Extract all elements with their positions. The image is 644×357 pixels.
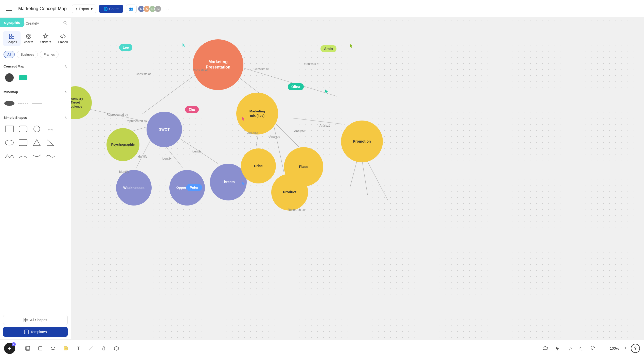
badge-lee[interactable]: Lee xyxy=(119,44,132,51)
concept-map-section-header[interactable]: Concept Map ∧ xyxy=(0,61,71,70)
simple-shapes-section-header[interactable]: Simple Shapes ∧ xyxy=(0,112,71,122)
canvas[interactable]: Marketing Presentation SWOT Marketing mi… xyxy=(71,18,644,339)
node-marketing-presentation[interactable]: Marketing Presentation xyxy=(193,39,243,90)
svg-line-51 xyxy=(362,160,368,195)
svg-marker-70 xyxy=(569,349,570,350)
node-product[interactable]: Product xyxy=(271,174,308,211)
badge-olina[interactable]: Olina xyxy=(288,83,304,90)
node-psychographic[interactable]: Psychographic xyxy=(106,128,139,161)
node-promotion[interactable]: Promotion xyxy=(341,121,383,162)
svg-marker-54 xyxy=(183,43,185,47)
node-swot[interactable]: SWOT xyxy=(147,112,182,147)
circle-shape[interactable] xyxy=(31,123,43,135)
filter-all[interactable]: All xyxy=(4,51,15,58)
svg-rect-13 xyxy=(9,37,11,39)
arc-shape[interactable] xyxy=(45,123,56,135)
svg-line-47 xyxy=(276,124,299,147)
wavy-shape[interactable] xyxy=(45,150,56,162)
arc3-shape[interactable] xyxy=(31,150,43,162)
node-secondary-target[interactable]: Secondary Target Audience xyxy=(71,86,92,119)
mindmap-shape-oval[interactable] xyxy=(4,97,15,109)
rect-shape[interactable] xyxy=(4,123,15,135)
zigzag-shape[interactable] xyxy=(4,150,15,162)
filter-frames[interactable]: Frames xyxy=(40,51,59,58)
svg-rect-25 xyxy=(5,126,13,132)
node-price[interactable]: Price xyxy=(241,148,276,183)
bottle-tool[interactable] xyxy=(99,343,109,353)
svg-rect-63 xyxy=(64,347,67,350)
panel-bottom-buttons: All Shapes Templates xyxy=(0,312,71,339)
svg-marker-68 xyxy=(556,346,559,350)
panel-icon-embed[interactable]: Embed xyxy=(55,31,71,46)
more-options-button[interactable]: ⋯ xyxy=(164,4,173,14)
export-button[interactable]: ↑ Export ▾ xyxy=(72,5,96,13)
cloud-button[interactable] xyxy=(540,343,550,353)
badge-zhu[interactable]: Zhu xyxy=(185,106,199,113)
concept-map-rect-teal[interactable] xyxy=(17,72,29,83)
badge-amin[interactable]: Amin xyxy=(320,45,336,52)
template-icon xyxy=(24,330,29,334)
undo-redo xyxy=(577,343,598,353)
svg-line-45 xyxy=(177,137,218,164)
panel-icon-shapes[interactable]: Shapes xyxy=(3,31,21,46)
select-tool[interactable] xyxy=(552,343,563,353)
svg-marker-56 xyxy=(325,89,328,93)
line-tool[interactable] xyxy=(86,343,96,353)
avatar-more[interactable]: +3 xyxy=(154,5,162,12)
templates-button[interactable]: Templates xyxy=(3,327,68,337)
note-tool[interactable] xyxy=(61,343,71,353)
right-triangle-shape[interactable] xyxy=(45,137,56,148)
help-button[interactable]: ? xyxy=(631,344,640,353)
simple-shapes-grid xyxy=(0,122,71,165)
document-title: Marketing Concept Map xyxy=(18,6,67,11)
badge-peter[interactable]: Peter xyxy=(186,184,202,191)
svg-line-48 xyxy=(292,118,345,124)
frames-tool[interactable] xyxy=(23,343,33,353)
triangle-shape[interactable] xyxy=(31,137,43,148)
concept-map-circle-dark[interactable] xyxy=(4,72,15,83)
panel-icon-assets[interactable]: Assets xyxy=(21,31,37,46)
svg-line-19 xyxy=(62,34,63,38)
mindmap-shape-line-dashed[interactable] xyxy=(17,97,29,109)
all-shapes-button[interactable]: All Shapes xyxy=(3,315,68,325)
share-button[interactable]: 🌐 Share xyxy=(99,5,123,13)
svg-marker-71 xyxy=(568,348,569,348)
svg-rect-32 xyxy=(24,318,26,320)
collaborators-button[interactable]: 👥 xyxy=(126,5,137,13)
svg-marker-69 xyxy=(570,346,570,348)
zoom-in-button[interactable]: + xyxy=(622,345,629,352)
menu-button[interactable] xyxy=(4,4,14,14)
zoom-out-button[interactable]: − xyxy=(600,345,607,352)
svg-point-62 xyxy=(51,347,55,350)
edge-label-13: Analyze xyxy=(294,129,305,133)
mindmap-shape-line[interactable] xyxy=(31,97,43,109)
svg-marker-31 xyxy=(47,140,54,146)
filter-business[interactable]: Business xyxy=(17,51,38,58)
arc2-shape[interactable] xyxy=(17,150,29,162)
undo-button[interactable] xyxy=(577,343,587,353)
svg-point-9 xyxy=(64,21,66,24)
export-chevron-icon: ▾ xyxy=(91,7,93,11)
add-badge: ✦ xyxy=(12,342,16,346)
tag-tool[interactable] xyxy=(111,343,121,353)
svg-line-41 xyxy=(241,67,337,96)
bottom-toolbar: + ✦ T xyxy=(0,339,644,357)
rect2-shape[interactable] xyxy=(17,137,29,148)
move-tool[interactable] xyxy=(565,343,575,353)
shape-tool[interactable] xyxy=(35,343,45,353)
node-marketing-mix[interactable]: Marketing mix (4ps) xyxy=(236,93,278,134)
panel-icon-stickers[interactable]: Stickers xyxy=(37,31,55,46)
search-submit-icon[interactable] xyxy=(63,21,67,26)
svg-rect-36 xyxy=(24,330,28,334)
svg-marker-72 xyxy=(570,348,572,349)
header: Marketing Concept Map ↑ Export ▾ 🌐 Share… xyxy=(0,0,644,18)
edge-label-12: Analyze xyxy=(269,135,280,139)
node-weaknesses[interactable]: Weaknesses xyxy=(116,170,152,206)
mindmap-section-header[interactable]: Mindmap ∧ xyxy=(0,87,71,96)
ellipse-shape[interactable] xyxy=(4,137,15,148)
rounded-rect-shape[interactable] xyxy=(17,123,29,135)
sticky-tool[interactable] xyxy=(48,343,58,353)
text-tool[interactable]: T xyxy=(73,343,83,353)
svg-rect-26 xyxy=(19,126,27,132)
redo-button[interactable] xyxy=(588,343,598,353)
